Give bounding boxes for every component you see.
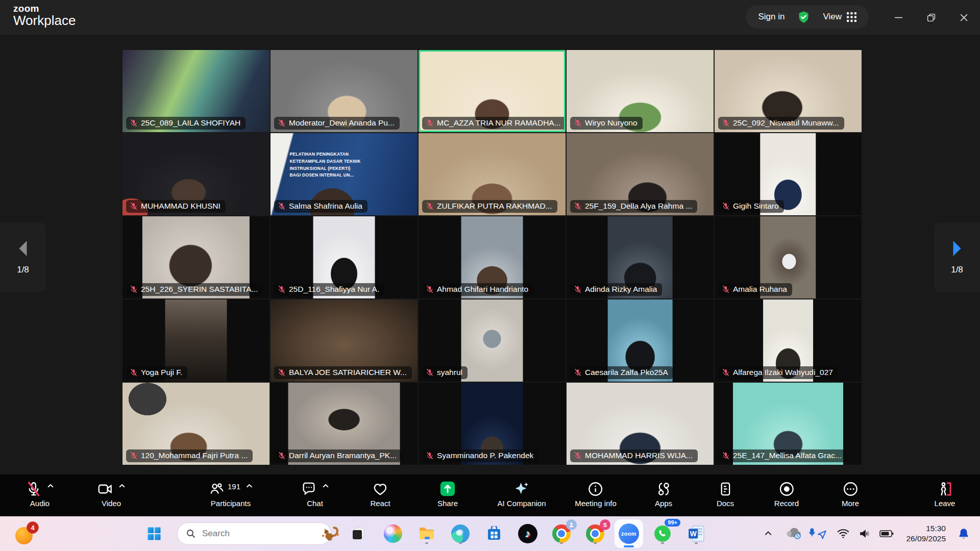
mic-muted-icon bbox=[574, 202, 582, 210]
toolbar-ai-companion-button[interactable]: AI Companion bbox=[497, 479, 546, 508]
restore-button[interactable] bbox=[915, 0, 947, 35]
participant-tile[interactable]: 25F_159_Della Alya Rahma ... bbox=[567, 133, 714, 215]
mic-muted-icon bbox=[130, 452, 138, 460]
participant-tile[interactable]: Ahmad Ghifari Handrianto bbox=[419, 216, 566, 298]
toolbar-label: AI Companion bbox=[497, 499, 546, 508]
toolbar-label: React bbox=[370, 499, 390, 508]
wifi-icon[interactable] bbox=[836, 522, 851, 545]
toolbar-apps-button[interactable]: Apps bbox=[655, 479, 672, 508]
toolbar-label: Record bbox=[774, 499, 799, 508]
titlebar-controls: Sign in View bbox=[746, 5, 869, 29]
toolbar-label: Docs bbox=[717, 499, 734, 508]
participant-tile[interactable]: Adinda Rizky Amalia bbox=[567, 216, 714, 298]
microsoft-store-button[interactable] bbox=[482, 522, 506, 545]
gallery-prev-panel: 1/8 bbox=[0, 222, 46, 292]
search-input[interactable] bbox=[201, 528, 316, 539]
participant-name-label: MOHAMMAD HARRIS WIJA... bbox=[570, 449, 698, 462]
meeting-info-icon bbox=[588, 481, 604, 497]
participant-tile[interactable]: PELATIHAN PENINGKATANKETERAMPILAN DASAR … bbox=[271, 133, 418, 215]
tray-chevron-up-icon[interactable] bbox=[761, 522, 776, 545]
word-button[interactable]: W bbox=[684, 522, 708, 545]
chevron-up-icon[interactable] bbox=[47, 484, 54, 488]
participant-tile[interactable]: MUHAMMAD KHUSNI bbox=[122, 133, 270, 215]
file-explorer-button[interactable] bbox=[415, 522, 438, 545]
onedrive-icon[interactable] bbox=[785, 522, 803, 545]
participant-tile[interactable]: Gigih Sintaro bbox=[715, 133, 862, 215]
taskbar-search-box[interactable] bbox=[177, 522, 331, 545]
participant-name-label: Alfarega Ilzaki Wahyudi_027 bbox=[718, 366, 838, 379]
edge-button[interactable] bbox=[449, 522, 472, 545]
battery-icon[interactable] bbox=[878, 522, 895, 545]
ai-companion-icon bbox=[513, 481, 530, 497]
zoom-app-button[interactable]: zoom bbox=[614, 519, 644, 548]
toolbar-participants-button[interactable]: 191Participants bbox=[209, 479, 253, 508]
participant-tile[interactable]: ZULFIKAR PUTRA RAKHMAD... bbox=[419, 133, 566, 215]
toolbar-chat-button[interactable]: Chat bbox=[301, 479, 329, 508]
logo-zoom-text: zoom bbox=[13, 4, 76, 14]
participant-name-label: 25C_089_LAILA SHOFIYAH bbox=[126, 117, 246, 130]
toolbar-audio-button[interactable]: Audio bbox=[26, 479, 54, 508]
toolbar-label: Video bbox=[102, 499, 121, 508]
participant-tile[interactable]: 120_Mohammad Fajri Putra ... bbox=[122, 383, 270, 465]
security-shield-icon[interactable] bbox=[797, 10, 811, 24]
notification-bell-icon[interactable] bbox=[955, 522, 972, 545]
minimize-button[interactable] bbox=[882, 0, 915, 35]
sign-in-button[interactable]: Sign in bbox=[758, 12, 785, 22]
toolbar-more-button[interactable]: More bbox=[842, 479, 859, 508]
participant-tile[interactable]: Amalia Ruhana bbox=[715, 216, 862, 298]
chevron-up-icon[interactable] bbox=[246, 484, 253, 488]
task-view-button[interactable] bbox=[347, 522, 370, 545]
view-button[interactable]: View bbox=[823, 12, 856, 22]
search-highlight-squirrel-icon[interactable] bbox=[321, 525, 339, 542]
participant-tile[interactable]: 25C_092_Niswatul Munaww... bbox=[715, 50, 862, 132]
tray-clock[interactable]: 15:30 26/09/2025 bbox=[906, 523, 946, 544]
chrome-profile2-button[interactable]: S bbox=[583, 522, 607, 545]
toolbar-leave-button[interactable]: Leave bbox=[935, 479, 955, 508]
logo-workplace-text: Workplace bbox=[13, 14, 76, 28]
participant-tile[interactable]: 25H_226_SYERIN SASTABITA... bbox=[122, 216, 270, 298]
participant-tile[interactable]: MOHAMMAD HARRIS WIJA... bbox=[567, 383, 714, 465]
chrome-profile1-button[interactable] bbox=[550, 522, 573, 545]
participant-tile[interactable]: 25E_147_Mellisa Alfata Grac... bbox=[715, 383, 862, 465]
participant-name-label: Darril Auryan Bramantya_PK... bbox=[274, 449, 402, 462]
close-button[interactable] bbox=[947, 0, 980, 35]
chevron-up-icon[interactable] bbox=[119, 484, 126, 488]
prev-page-arrow[interactable] bbox=[15, 239, 31, 258]
toolbar-react-button[interactable]: React bbox=[370, 479, 390, 508]
chevron-up-icon[interactable] bbox=[323, 484, 329, 488]
toolbar-docs-button[interactable]: Docs bbox=[717, 479, 734, 508]
video-icon bbox=[97, 481, 113, 497]
participant-tile[interactable]: Caesarila Zalfa Pko25A bbox=[567, 299, 714, 382]
mic-muted-icon bbox=[574, 452, 582, 460]
participant-tile[interactable]: Yoga Puji F. bbox=[122, 299, 270, 382]
toolbar-video-button[interactable]: Video bbox=[97, 479, 126, 508]
toolbar-share-button[interactable]: Share bbox=[437, 479, 458, 508]
participant-tile[interactable]: syahrul bbox=[419, 299, 566, 382]
widgets-button[interactable]: 4 bbox=[15, 522, 36, 545]
toolbar-meeting-info-button[interactable]: Meeting info bbox=[575, 479, 617, 508]
toolbar-record-button[interactable]: Record bbox=[774, 479, 799, 508]
participant-tile[interactable]: Wiryo Nuryono bbox=[567, 50, 714, 132]
participant-tile[interactable]: Moderator_Dewi Ananda Pu... bbox=[271, 50, 418, 132]
copilot-button[interactable] bbox=[381, 522, 405, 545]
next-page-arrow[interactable] bbox=[949, 239, 965, 258]
participant-tile[interactable]: MC_AZZA TRIA NUR RAMADHA... bbox=[419, 50, 566, 132]
whatsapp-button[interactable]: 99+ bbox=[651, 522, 674, 545]
start-button[interactable] bbox=[142, 522, 166, 545]
tiktok-button[interactable]: ♪ bbox=[516, 522, 540, 545]
participant-tile[interactable]: BALYA JOE SATRIARICHER W... bbox=[271, 299, 418, 382]
participant-tile[interactable]: Syamminando P. Pakendek bbox=[419, 383, 566, 465]
volume-icon[interactable] bbox=[857, 522, 872, 545]
mic-muted-icon bbox=[130, 202, 138, 210]
word-letter: W bbox=[690, 530, 697, 538]
participant-tile[interactable]: Darril Auryan Bramantya_PK... bbox=[271, 383, 418, 465]
mic-location-in-use-icon[interactable] bbox=[807, 522, 828, 545]
participant-tile[interactable]: 25D_116_Shafiyya Nur A. bbox=[271, 216, 418, 298]
participant-name-label: Adinda Rizky Amalia bbox=[570, 283, 662, 296]
tiktok-icon: ♪ bbox=[518, 524, 537, 543]
mic-muted-icon bbox=[722, 202, 730, 210]
participant-name-label: Ahmad Ghifari Handrianto bbox=[422, 283, 533, 296]
participant-tile[interactable]: Alfarega Ilzaki Wahyudi_027 bbox=[715, 299, 862, 382]
participant-tile[interactable]: 25C_089_LAILA SHOFIYAH bbox=[122, 50, 270, 132]
shared-slide-text: PELATIHAN PENINGKATANKETERAMPILAN DASAR … bbox=[289, 151, 360, 179]
